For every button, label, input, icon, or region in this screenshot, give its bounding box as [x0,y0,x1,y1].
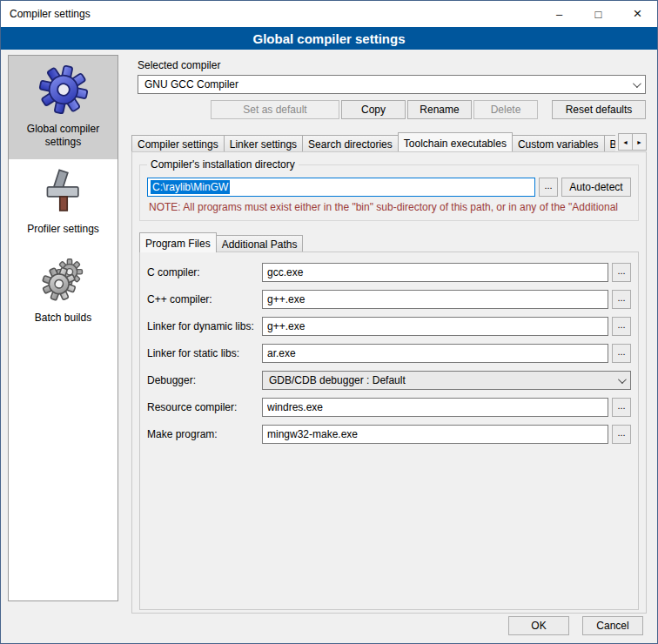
installation-directory-title: Compiler's installation directory [147,158,299,171]
resource-compiler-input[interactable] [262,398,608,417]
field-row-debugger: Debugger: GDB/CDB debugger : Default [147,371,631,390]
installation-directory-input[interactable]: C:\raylib\MinGW [147,178,535,197]
tab-search-directories[interactable]: Search directories [302,135,399,151]
bin-subdirectory-note: NOTE: All programs must exist either in … [149,201,631,213]
dialog-body: Global compiler settings Profiler settin… [1,50,657,643]
field-row-static-linker: Linker for static libs: ... [147,344,631,363]
close-button[interactable]: × [618,1,657,27]
cpp-compiler-browse-button[interactable]: ... [612,290,631,309]
program-files-tab-strip: Program Files Additional Paths [139,231,639,252]
debugger-value: GDB/CDB debugger : Default [269,374,406,386]
static-linker-label: Linker for static libs: [147,347,262,359]
selected-compiler-select[interactable]: GNU GCC Compiler [138,75,646,94]
sidebar-item-batch-builds[interactable]: Batch builds [9,246,118,335]
profiler-hammer-icon [40,168,87,215]
rename-button[interactable]: Rename [407,100,472,119]
field-row-cpp-compiler: C++ compiler: ... [147,290,631,309]
blue-gear-icon [38,64,89,115]
field-row-resource-compiler: Resource compiler: ... [147,398,631,417]
selected-compiler-value: GNU GCC Compiler [144,78,238,91]
sidebar-item-label: Profiler settings [12,223,114,236]
gray-gears-icon [39,255,88,304]
tab-scroll-right-icon: ► [636,139,642,145]
reset-defaults-button[interactable]: Reset defaults [552,100,646,119]
tab-toolchain-executables[interactable]: Toolchain executables [398,132,513,151]
installation-directory-group: Compiler's installation directory C:\ray… [139,164,639,221]
tab-scroll-right-button[interactable]: ► [632,133,647,151]
minimize-icon: – [556,8,562,21]
sidebar-item-global-compiler-settings[interactable]: Global compiler settings [9,56,118,159]
tab-linker-settings[interactable]: Linker settings [224,135,303,151]
field-row-make-program: Make program: ... [147,425,631,444]
tab-compiler-settings[interactable]: Compiler settings [131,135,225,151]
tab-custom-variables[interactable]: Custom variables [512,135,605,151]
selected-compiler-label: Selected compiler [138,59,652,71]
debugger-select[interactable]: GDB/CDB debugger : Default [262,371,631,390]
tab-build-options[interactable]: Buil [604,135,615,151]
resource-compiler-browse-button[interactable]: ... [612,398,631,417]
cancel-button[interactable]: Cancel [582,616,643,635]
make-program-browse-button[interactable]: ... [612,425,631,444]
ok-button[interactable]: OK [508,616,569,635]
toolchain-executables-panel: Compiler's installation directory C:\ray… [131,151,647,614]
dynamic-linker-input[interactable] [262,317,608,336]
installation-directory-value: C:\raylib\MinGW [151,180,230,194]
compiler-actions: Set as default Copy Rename Delete Reset … [138,100,646,119]
set-as-default-button: Set as default [211,100,339,119]
copy-button[interactable]: Copy [341,100,406,119]
sidebar-item-profiler-settings[interactable]: Profiler settings [9,159,118,246]
installation-directory-browse-button[interactable]: ... [539,178,558,197]
debugger-label: Debugger: [147,374,262,386]
maximize-button[interactable]: □ [579,1,618,27]
dynamic-linker-browse-button[interactable]: ... [612,317,631,336]
dynamic-linker-label: Linker for dynamic libs: [147,320,262,332]
c-compiler-input[interactable] [262,263,608,282]
settings-category-sidebar: Global compiler settings Profiler settin… [8,55,118,601]
resource-compiler-label: Resource compiler: [147,401,262,413]
chevron-down-icon [633,79,641,88]
settings-tab-strip: Compiler settings Linker settings Search… [131,131,647,151]
c-compiler-browse-button[interactable]: ... [612,263,631,282]
chevron-down-icon [618,375,627,384]
maximize-icon: □ [595,9,602,20]
delete-button: Delete [473,100,538,119]
minimize-button[interactable]: – [540,1,579,27]
static-linker-input[interactable] [262,344,608,363]
cpp-compiler-label: C++ compiler: [147,293,262,305]
make-program-input[interactable] [262,425,608,444]
compiler-settings-dialog: Compiler settings – □ × Global compiler … [0,0,658,644]
field-row-c-compiler: C compiler: ... [147,263,631,282]
tab-additional-paths[interactable]: Additional Paths [216,235,304,252]
window-title: Compiler settings [1,8,540,20]
cpp-compiler-input[interactable] [262,290,608,309]
installation-directory-row: C:\raylib\MinGW ... Auto-detect [147,178,631,197]
make-program-label: Make program: [147,428,262,440]
tab-scroll-left-button[interactable]: ◄ [618,133,633,151]
sidebar-item-label: Batch builds [12,312,114,325]
title-bar: Compiler settings – □ × [1,1,657,27]
close-icon: × [634,5,642,23]
dialog-header: Global compiler settings [1,27,657,50]
main-content: Selected compiler GNU GCC Compiler Set a… [127,53,652,614]
tab-scroll-arrows: ◄ ► [618,133,647,151]
program-files-panel: C compiler: ... C++ compiler: ... Linker… [139,252,639,610]
c-compiler-label: C compiler: [147,266,262,278]
tab-scroll-left-icon: ◄ [622,139,628,145]
auto-detect-button[interactable]: Auto-detect [561,178,631,197]
field-row-dynamic-linker: Linker for dynamic libs: ... [147,317,631,336]
tabs-clip: Compiler settings Linker settings Search… [131,131,615,151]
sidebar-item-label: Global compiler settings [12,123,114,149]
tab-program-files[interactable]: Program Files [139,232,217,252]
static-linker-browse-button[interactable]: ... [612,344,631,363]
dialog-footer: OK Cancel [508,616,643,635]
